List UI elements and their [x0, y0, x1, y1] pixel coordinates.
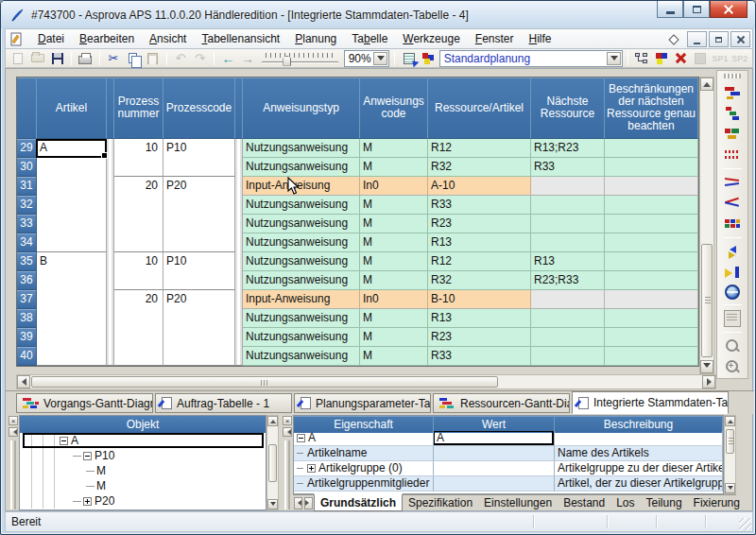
- zoom-select[interactable]: 90%: [344, 50, 390, 67]
- column-header-pn[interactable]: Prozess nummer: [114, 78, 163, 139]
- operation-gantt-icon[interactable]: [724, 105, 741, 122]
- cell-res[interactable]: R12: [428, 252, 531, 271]
- open-file-button[interactable]: [29, 50, 47, 66]
- cell-prozesscode[interactable]: P10: [163, 252, 235, 290]
- property-tab-5[interactable]: Los: [610, 495, 640, 510]
- cell-typ[interactable]: Input-Anweisung: [243, 290, 360, 309]
- scroll-up-button[interactable]: [725, 416, 735, 426]
- minimize-button[interactable]: [657, 1, 683, 18]
- row-header[interactable]: 33: [17, 215, 37, 233]
- cell-typ[interactable]: Nutzungsanweisung: [243, 252, 360, 271]
- table-vscrollbar[interactable]: [699, 77, 714, 374]
- cell-next[interactable]: [531, 309, 605, 328]
- property-name-cell[interactable]: Artikelname: [294, 446, 434, 461]
- column-header-next[interactable]: Nächste Ressource: [531, 78, 605, 139]
- property-value-cell[interactable]: [434, 446, 555, 461]
- panel-close-button[interactable]: ×: [9, 416, 18, 425]
- property-tab-6[interactable]: Teilung: [641, 495, 688, 510]
- row-header[interactable]: 35: [17, 252, 37, 271]
- row-header[interactable]: 39: [17, 328, 37, 347]
- toolbar-grip[interactable]: [724, 74, 741, 78]
- flowchart-button[interactable]: [633, 50, 651, 66]
- zoom-dropdown-button[interactable]: [373, 52, 387, 65]
- cell-prozesscode[interactable]: P10: [163, 139, 235, 177]
- cell-beschr[interactable]: [605, 158, 698, 177]
- panel-grip[interactable]: [10, 440, 16, 509]
- tab-scroll-right-button[interactable]: [304, 497, 313, 509]
- cell-res[interactable]: R23: [428, 328, 531, 347]
- cell-code[interactable]: M: [360, 347, 428, 366]
- menu-item-tabelle[interactable]: Tabelle: [344, 30, 395, 47]
- cell-typ[interactable]: Nutzungsanweisung: [243, 158, 360, 177]
- scroll-up-button[interactable]: [700, 78, 713, 91]
- table-view-icon[interactable]: [724, 216, 741, 233]
- plan-dropdown-button[interactable]: [607, 52, 621, 65]
- property-tab-2[interactable]: Spezifikation: [403, 495, 478, 510]
- assign-operation-icon[interactable]: [724, 264, 741, 281]
- column-header-res[interactable]: Ressource/Artikel: [428, 78, 531, 139]
- cell-res[interactable]: R23: [428, 215, 531, 233]
- cell-beschr[interactable]: [605, 271, 698, 290]
- cell-next[interactable]: [531, 233, 605, 252]
- cell-typ[interactable]: Nutzungsanweisung: [243, 196, 360, 215]
- scroll-down-button[interactable]: [267, 499, 278, 509]
- cell-next[interactable]: [531, 290, 605, 309]
- cell-typ[interactable]: Input-Anweisung: [243, 177, 360, 196]
- column-header-beschr[interactable]: Beschränkungen der nächsten Ressource ge…: [605, 78, 698, 139]
- column-header-typ[interactable]: Anweisungstyp: [243, 78, 360, 139]
- property-tab-4[interactable]: Bestand: [558, 495, 610, 510]
- hscroll-thumb[interactable]: [31, 376, 498, 388]
- cell-beschr[interactable]: [605, 328, 698, 347]
- save-button[interactable]: [48, 50, 66, 66]
- property-tab-3[interactable]: Einstellungen: [478, 495, 558, 510]
- table-hscrollbar[interactable]: [16, 374, 716, 389]
- property-name-cell[interactable]: Artikelgruppenmitglieder: [294, 476, 434, 492]
- forward-button[interactable]: →: [239, 50, 257, 66]
- menu-item-planung[interactable]: Planung: [287, 30, 344, 47]
- tree-item-p10[interactable]: P10: [20, 448, 266, 463]
- view-tab-5[interactable]: Integrierte Stammdaten-Tabelle...: [572, 391, 729, 414]
- property-value-cell[interactable]: [434, 461, 555, 476]
- object-panel-header[interactable]: Objekt: [20, 416, 266, 433]
- vscroll-thumb[interactable]: [701, 244, 713, 357]
- cell-res[interactable]: A-10: [428, 177, 531, 196]
- cell-code[interactable]: In0: [360, 177, 428, 196]
- cell-prozesscode[interactable]: P20: [163, 290, 235, 366]
- cell-code[interactable]: M: [360, 139, 428, 158]
- cell-beschr[interactable]: [605, 309, 698, 328]
- plan-select[interactable]: Standardplanung: [439, 50, 623, 67]
- menu-item-datei[interactable]: Datei: [30, 30, 72, 47]
- menu-item-hilfe[interactable]: Hilfe: [522, 30, 559, 47]
- color-scheme-button[interactable]: [653, 50, 671, 66]
- column-header-pc[interactable]: Prozesscode: [163, 78, 235, 139]
- graph-view-icon[interactable]: [724, 195, 741, 212]
- cell-code[interactable]: In0: [360, 290, 428, 309]
- property-name-cell[interactable]: Artikelgruppe (0): [294, 461, 434, 476]
- column-header-artikel[interactable]: Artikel: [37, 78, 107, 139]
- resize-grip[interactable]: [739, 518, 751, 530]
- menu-item-ansicht[interactable]: Ansicht: [142, 30, 194, 47]
- zoom-in-icon[interactable]: [724, 358, 741, 375]
- cell-beschr[interactable]: [605, 347, 698, 366]
- property-value-cell[interactable]: [434, 476, 555, 492]
- row-header[interactable]: 30: [17, 158, 37, 177]
- scroll-down-button[interactable]: [725, 483, 735, 493]
- expand-icon[interactable]: [307, 464, 316, 473]
- cell-prozessnummer[interactable]: 10: [114, 139, 163, 177]
- cell-beschr[interactable]: [605, 215, 698, 233]
- report-icon[interactable]: [724, 310, 741, 327]
- cell-beschr[interactable]: [605, 196, 698, 215]
- cell-next[interactable]: R13;R23: [531, 139, 605, 158]
- cell-res[interactable]: R32: [428, 158, 531, 177]
- web-view-icon[interactable]: [725, 285, 740, 300]
- row-header[interactable]: 31: [17, 177, 37, 196]
- cell-code[interactable]: M: [360, 196, 428, 215]
- cell-typ[interactable]: Nutzungsanweisung: [243, 347, 360, 366]
- panel-grip[interactable]: [284, 440, 290, 509]
- cell-typ[interactable]: Nutzungsanweisung: [243, 328, 360, 347]
- view-tab-3[interactable]: Planungsparameter-Tabelle - 2: [294, 393, 431, 413]
- cell-code[interactable]: M: [360, 328, 428, 347]
- tree-item-m[interactable]: M: [20, 478, 266, 493]
- property-value-cell[interactable]: A: [434, 431, 555, 446]
- titlebar[interactable]: #743700 - Asprova APS 11.0.0.20 Händlere…: [1, 1, 755, 28]
